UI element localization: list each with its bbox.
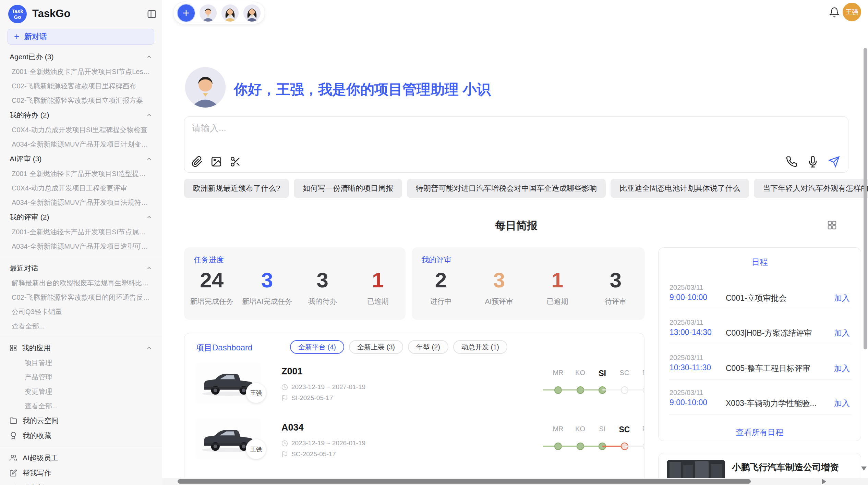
sidebar-section-label: AI评审 (3) — [10, 154, 146, 164]
suggestion-chip[interactable]: 特朗普可能对进口汽车增税会对中国车企造成哪些影响 — [407, 179, 606, 198]
sidebar-section-label: 我的评审 (2) — [10, 212, 146, 222]
sidebar-section-header[interactable]: 最近对话 — [0, 261, 162, 276]
vertical-scrollbar-thumb[interactable] — [864, 48, 867, 349]
sidebar-section-header[interactable]: AI评审 (3) — [0, 151, 162, 166]
sidebar-item[interactable]: C02-飞腾新能源轻客改款项目立项汇报方案 — [0, 93, 162, 108]
sidebar-item[interactable]: 查看全部... — [0, 399, 162, 413]
horizontal-scrollbar-thumb[interactable] — [178, 479, 751, 484]
chevron-up-icon[interactable] — [146, 112, 152, 118]
my-review-card: 我的评审2进行中3AI预评审1已逾期3待评审 — [412, 247, 645, 320]
dashboard-tab[interactable]: 年型 (2) — [408, 340, 448, 354]
scroll-down-arrow-icon[interactable] — [861, 467, 867, 471]
schedule-item-time: 9:00-10:00 — [670, 398, 707, 407]
sidebar-item[interactable]: 解释最新出台的欧盟报废车法规再生塑料比例被调至15%... — [0, 276, 162, 290]
app-title: TaskGo — [32, 8, 70, 20]
project-row[interactable]: 王强A0342023-12-19 ~ 2026-01-19SC-2025-05-… — [184, 420, 644, 474]
sidebar-item[interactable]: Z001-全新燃油皮卡产品开发项目SI节点Lesson Learn报告 — [0, 64, 162, 79]
paperclip-icon[interactable] — [191, 156, 203, 167]
schedule-item-date: 2025/03/11 — [670, 354, 703, 362]
chevron-up-icon[interactable] — [146, 156, 152, 162]
stat-value: 24 — [184, 268, 240, 293]
schedule-title: 日程 — [659, 257, 861, 268]
sidebar-item[interactable]: C02-飞腾新能源轻客改款项目的闭环通告反馈情况 — [0, 290, 162, 304]
stat-label: 已逾期 — [350, 297, 406, 306]
suggestion-chip[interactable]: 如何写一份清晰的项目周报 — [294, 179, 402, 198]
stat: 3我的待办 — [295, 268, 350, 306]
suggestion-chip[interactable]: 当下年轻人对汽车外观有怎样的喜好趋势 — [754, 179, 868, 198]
sidebar-item[interactable]: Z001-全新燃油轻卡产品开发项目SI节点属性5D文件评审 — [0, 225, 162, 239]
phone-icon[interactable] — [786, 156, 797, 167]
bell-icon[interactable] — [829, 7, 840, 18]
avatar-contact-2[interactable] — [221, 4, 239, 22]
send-icon[interactable] — [828, 156, 840, 167]
chevron-up-icon[interactable] — [146, 214, 152, 220]
stat: 2进行中 — [412, 268, 470, 306]
sidebar-item[interactable]: A034-全新新能源MUV产品开发项目计划变更表编写 — [0, 137, 162, 151]
join-meeting-link[interactable]: 加入 — [834, 363, 850, 374]
view-all-schedule-link[interactable]: 查看所有日程 — [659, 427, 861, 438]
suggestion-chip[interactable]: 欧洲新规最近颁布了什么? — [184, 179, 289, 198]
join-meeting-link[interactable]: 加入 — [834, 293, 850, 303]
image-icon[interactable] — [210, 156, 222, 167]
flag-icon — [281, 395, 288, 401]
sidebar-item[interactable]: C0X4-动力总成开发项目工程变更评审 — [0, 181, 162, 195]
folder-icon — [10, 417, 17, 424]
composer-right-tools — [786, 156, 840, 167]
sidebar-item[interactable]: A034-全新新能源MUV产品开发项目造型可行性评审 — [0, 239, 162, 253]
sidebar-section-label: 最近对话 — [10, 263, 146, 273]
schedule-item-date: 2025/03/11 — [670, 319, 703, 326]
scroll-right-arrow-icon[interactable] — [822, 479, 826, 484]
sidebar-item[interactable]: Z001-全新燃油轻卡产品开发项目SI造型提交物评审 — [0, 166, 162, 181]
milestone-timeline: MRKOSISCPAPRPECFECLRLSJ1OKTB — [543, 420, 644, 461]
sidebar-item[interactable]: C0X4-动力总成开发项目SI里程碑提交物检查 — [0, 123, 162, 137]
add-session-button[interactable] — [178, 4, 195, 22]
new-chat-button[interactable]: 新对话 — [8, 29, 154, 45]
sidebar-item[interactable]: C02-飞腾新能源轻客改款项目里程碑画布 — [0, 79, 162, 93]
sidebar-item[interactable]: 变更管理 — [0, 384, 162, 399]
stat-label: 进行中 — [412, 297, 470, 306]
chat-input[interactable] — [191, 122, 741, 152]
user-avatar[interactable]: 王强 — [843, 3, 861, 21]
sidebar-item[interactable]: 查看全部... — [0, 319, 162, 333]
sidebar-tool-item[interactable]: 帮我写作 — [0, 465, 162, 481]
logo-line2: Go — [14, 14, 21, 20]
project-row[interactable]: 王强Z0012023-12-19 ~ 2027-01-19SI-2025-05-… — [184, 363, 644, 418]
sidebar-section-header[interactable]: 我的应用 — [0, 340, 162, 356]
chevron-up-icon[interactable] — [146, 345, 152, 351]
schedule-item-time: 13:00-14:30 — [670, 328, 712, 337]
dashboard-tab[interactable]: 全新平台 (4) — [290, 340, 344, 354]
sidebar-item[interactable]: 项目管理 — [0, 356, 162, 370]
sidebar-tool-item[interactable]: 创意制图 — [0, 481, 162, 485]
avatar-contact-3[interactable] — [243, 4, 261, 22]
sidebar-item[interactable]: 公司Q3轻卡销量 — [0, 304, 162, 319]
chevron-up-icon[interactable] — [146, 54, 152, 60]
join-meeting-link[interactable]: 加入 — [834, 398, 850, 409]
sidebar-section-header[interactable]: Agent已办 (3) — [0, 49, 162, 64]
avatar-contact-1[interactable] — [200, 4, 217, 22]
sidebar-section-header[interactable]: 我的评审 (2) — [0, 210, 162, 225]
scissors-icon[interactable] — [230, 156, 241, 167]
sidebar-section-header[interactable]: 我的待办 (2) — [0, 108, 162, 123]
chevron-up-icon[interactable] — [146, 265, 152, 271]
schedule-item-title: C005-整车工程目标评审 — [726, 363, 810, 374]
stat-label: 新增AI完成任务 — [240, 297, 295, 306]
schedule-item-title: X003-车辆动力学性能验... — [726, 398, 817, 409]
stat-value: 3 — [587, 268, 645, 293]
mic-icon[interactable] — [807, 156, 819, 167]
dashboard-tab[interactable]: 全新上装 (3) — [349, 340, 403, 354]
sidebar-tool-item[interactable]: AI超级员工 — [0, 450, 162, 465]
sidebar-collapse-icon[interactable] — [147, 9, 157, 19]
sidebar-header: Task Go TaskGo — [0, 0, 162, 29]
dashboard-tab[interactable]: 动总开发 (1) — [453, 340, 507, 354]
sidebar-item[interactable]: A034-全新新能源MUV产品开发项目法规符合性评审 — [0, 195, 162, 210]
grid-icon — [10, 344, 17, 352]
join-meeting-link[interactable]: 加入 — [834, 328, 850, 338]
sidebar-item-cloud-space[interactable]: 我的云空间 — [0, 413, 162, 428]
sidebar-item-favorites[interactable]: 我的收藏 — [0, 428, 162, 443]
project-dashboard-title: 项目Dashboard — [196, 342, 252, 353]
logo-line1: Task — [12, 8, 23, 14]
sidebar-item[interactable]: 产品管理 — [0, 370, 162, 384]
milestone-dot — [643, 443, 644, 450]
suggestion-chip[interactable]: 比亚迪全固态电池计划具体说了什么 — [611, 179, 749, 198]
dashboard-grid-icon[interactable] — [827, 220, 837, 230]
